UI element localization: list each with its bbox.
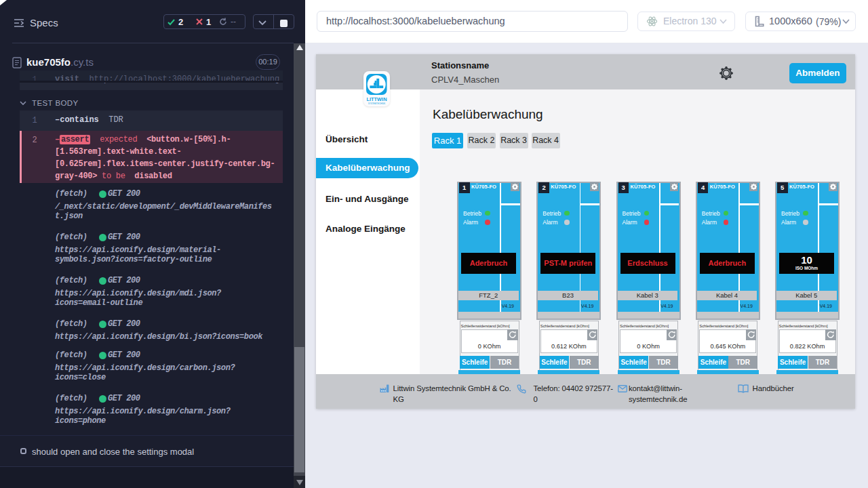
svg-text:SYSTEMTECHNIK: SYSTEMTECHNIK xyxy=(368,102,386,105)
